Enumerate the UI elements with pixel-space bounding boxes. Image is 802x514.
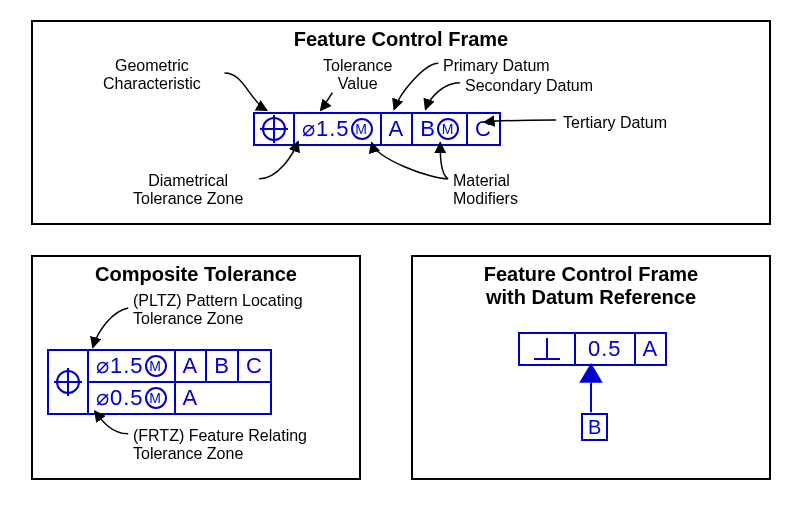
panel-fcf-with-datum-reference: Feature Control Frame with Datum Referen…: [411, 255, 771, 480]
label-tolerance-value: ToleranceValue: [323, 57, 392, 94]
p2-r1-dC: C: [239, 351, 270, 381]
panel3-title-l2: with Datum Reference: [413, 286, 769, 309]
panel2-title: Composite Tolerance: [33, 263, 359, 286]
p2-r1-tol: ⌀1.5 M: [89, 351, 176, 381]
p2-r2-modifier: M: [145, 387, 167, 409]
p1-datum-C: C: [468, 114, 499, 144]
p2-r1-tolerance: ⌀1.5: [96, 353, 144, 379]
panel-composite-tolerance: Composite Tolerance (PLTZ) Pattern Locat…: [31, 255, 361, 480]
p1-symbol-cell: [255, 114, 295, 144]
p2-r2-dA: A: [176, 383, 206, 413]
p1-datum-B-letter: B: [420, 116, 436, 142]
p1-datum-B-modifier: M: [437, 118, 459, 140]
p1-datum-A: A: [382, 114, 414, 144]
p2-r2-tol: ⌀0.5 M: [89, 383, 176, 413]
p2-r1-dA: A: [176, 351, 208, 381]
position-icon: [262, 117, 286, 141]
p3-datum-box: B: [581, 413, 608, 441]
p2-row-2: ⌀0.5 M A: [89, 383, 270, 413]
svg-marker-0: [579, 363, 603, 383]
p3-tolerance-cell: 0.5: [576, 334, 636, 364]
label-material-modifiers: MaterialModifiers: [453, 172, 518, 209]
position-icon: [56, 370, 80, 394]
panel1-title: Feature Control Frame: [33, 28, 769, 51]
p2-r2-tolerance: ⌀0.5: [96, 385, 144, 411]
p3-fcf: 0.5 A: [518, 332, 667, 366]
panel3-title-l1: Feature Control Frame: [413, 263, 769, 286]
p1-tolerance-value: ⌀1.5: [302, 116, 350, 142]
p3-datum-A: A: [636, 334, 666, 364]
label-tertiary-datum: Tertiary Datum: [563, 114, 667, 132]
p1-datum-B: B M: [413, 114, 468, 144]
p2-symbol-cell: [49, 351, 89, 413]
p2-r1-dB: B: [207, 351, 239, 381]
p2-r1-modifier: M: [145, 355, 167, 377]
p2-row-1: ⌀1.5 M A B C: [89, 351, 270, 383]
p1-tol-modifier: M: [351, 118, 373, 140]
panel-feature-control-frame: Feature Control Frame GeometricCharacter…: [31, 20, 771, 225]
p1-tolerance-cell: ⌀1.5 M: [295, 114, 382, 144]
p2-composite-frame: ⌀1.5 M A B C ⌀0.5 M A: [47, 349, 272, 415]
label-secondary-datum: Secondary Datum: [465, 77, 593, 95]
label-frtz: (FRTZ) Feature RelatingTolerance Zone: [133, 427, 307, 464]
label-pltz: (PLTZ) Pattern LocatingTolerance Zone: [133, 292, 303, 329]
p3-symbol-cell: [520, 334, 576, 364]
label-geometric-characteristic: GeometricCharacteristic: [103, 57, 201, 94]
label-diametrical-zone: DiametricalTolerance Zone: [133, 172, 243, 209]
perpendicularity-icon: [534, 338, 560, 360]
label-primary-datum: Primary Datum: [443, 57, 550, 75]
p1-fcf: ⌀1.5 M A B M C: [253, 112, 501, 146]
